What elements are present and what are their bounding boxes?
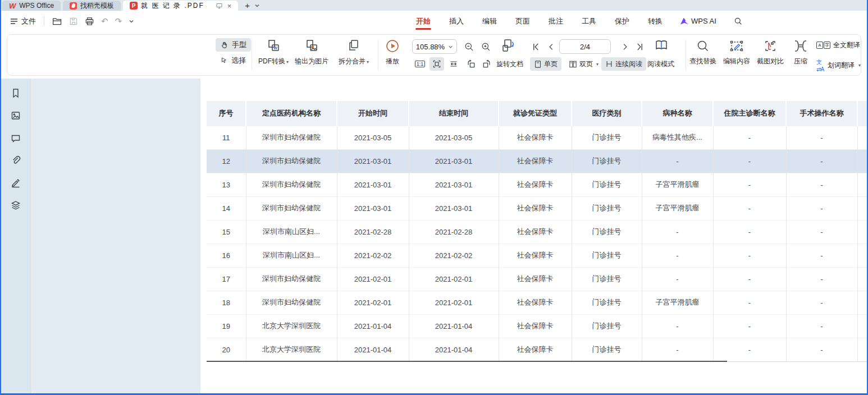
attachment-icon[interactable] [10,155,21,166]
find-replace-label: 查找替换 [689,57,716,65]
tab-docer-templates[interactable]: 找稻壳模板 [63,1,121,11]
rotate-left-button[interactable] [465,58,477,70]
tab-wps-office[interactable]: W WPS Office [2,1,61,11]
table-bottom-ruling [207,361,727,362]
zoom-level-value: 105.88% [416,43,445,51]
edit-content-button[interactable]: 编辑内容 [719,38,754,66]
signature-icon[interactable] [10,177,21,189]
ribbon-tab[interactable]: 批注 [548,11,564,31]
next-page-button[interactable] [619,41,631,52]
table-cell: - [642,338,713,361]
single-page-button[interactable]: 单页 [530,57,561,71]
enter-workspace-icon[interactable] [216,2,223,10]
table-cell: 子宫平滑肌瘤 [642,196,713,220]
rotate-document-button[interactable] [500,38,519,54]
table-row: 19北京大学深圳医院2021-01-042021-01-04社会保障卡门诊挂号-… [207,314,868,338]
table-cell: 深圳市妇幼保健院 [246,196,337,220]
close-tab-icon[interactable]: × [227,2,232,10]
undo-icon[interactable]: ↶ [101,16,108,26]
tab-document[interactable]: P 就 医 记 录 .PDF × [123,1,238,11]
zoom-in-button[interactable] [480,41,491,52]
screenshot-compare-button[interactable]: 截图对比 [753,38,788,66]
double-page-button[interactable]: 双页 ▾ [565,57,602,71]
zoom-out-button[interactable] [463,41,474,52]
ribbon-tab[interactable]: 开始 [415,11,431,31]
read-mode-button[interactable] [652,38,671,54]
wps-ai-label: WPS AI [691,17,716,25]
window-border-left [0,0,1,395]
docer-icon [70,2,77,10]
divider [44,16,44,26]
table-cell: 北京大学深圳医院 [246,338,337,361]
rotate-right-button[interactable] [481,58,492,70]
table-cell: 2021-01-04 [337,314,409,338]
table-cell: 子宫平滑肌瘤 [642,173,713,196]
table-cell: 社会保障卡 [499,126,572,149]
hand-tool-button[interactable]: 手型 [216,38,251,52]
table-cell: - [786,220,857,244]
save-icon[interactable] [69,17,78,26]
split-merge-button[interactable]: 拆分合并▾ [330,38,377,66]
table-cell: 社会保障卡 [499,173,572,196]
comment-icon[interactable] [10,132,21,144]
quick-tools-chevron-icon[interactable] [129,19,134,24]
actual-size-button[interactable]: 1:1 [413,57,427,71]
table-cell: 社会保障卡 [499,244,572,267]
ribbon-tab[interactable]: 工具 [581,11,597,31]
table-cell: 2021-02-01 [337,291,409,314]
wps-ai-button[interactable]: WPS AI [680,17,716,25]
first-page-icon [532,43,540,51]
table-header-row: 序号定点医药机构名称开始时间结束时间就诊凭证类型医疗类别病种名称住院主诊断名称手… [207,101,868,126]
table-cell: 门诊挂号 [572,196,642,220]
tab-list-chevron-icon[interactable] [254,3,260,8]
table-cell: 深圳市妇幼保健院 [246,149,337,173]
prev-page-button[interactable] [545,41,556,52]
thumbnail-icon[interactable] [10,110,21,121]
open-file-icon[interactable] [52,17,62,26]
split-merge-label: 拆分合并 [339,57,366,65]
fit-width-button[interactable] [446,57,461,71]
new-tab-button[interactable]: + [245,1,250,10]
ribbon-tab[interactable]: 编辑 [482,11,497,31]
export-image-button[interactable]: 输出为图片 [288,38,335,66]
rotate-document-label[interactable]: 旋转文档 [492,59,527,69]
continuous-read-button[interactable]: 连续阅读 [601,57,646,71]
hand-tool-label: 手型 [232,40,246,50]
print-icon[interactable] [85,17,94,26]
ribbon-search-icon[interactable] [734,17,743,26]
first-page-button[interactable] [530,41,541,52]
page-number-input[interactable]: 2/4 [559,39,611,54]
table-cell: 社会保障卡 [499,196,572,220]
table-row: 14深圳市妇幼保健院2021-03-012021-03-01社会保障卡门诊挂号子… [207,196,868,220]
pdf-page: 序号定点医药机构名称开始时间结束时间就诊凭证类型医疗类别病种名称住院主诊断名称手… [200,79,868,395]
select-tool-button[interactable]: 选择 [216,54,251,67]
ribbon-tab[interactable]: 保护 [614,11,630,31]
play-button[interactable]: 播放 [376,38,409,66]
ribbon-tab[interactable]: 转换 [647,11,663,31]
fit-page-button[interactable] [430,57,444,71]
table-cell: - [642,244,713,267]
screenshot-compare-icon [753,38,788,54]
table-cell: 深圳市南山区妇... [246,244,337,267]
ribbon-tab[interactable]: 页面 [515,11,531,31]
file-menu-button[interactable]: 文件 [10,16,36,26]
last-page-button[interactable] [634,41,645,52]
word-translate-button[interactable]: 文⇄A 划词翻译 ▾ [816,58,861,72]
find-replace-button[interactable]: 查找替换 [686,38,720,66]
export-image-icon [288,38,335,54]
redo-icon[interactable]: ↷ [115,16,122,26]
bookmark-icon[interactable] [10,88,21,99]
table-cell: - [786,338,857,361]
navigation-panel [32,79,200,395]
layers-icon[interactable] [10,200,21,211]
compress-button[interactable]: 压缩 [788,38,814,66]
zoom-level-combo[interactable]: 105.88% [412,39,457,54]
hamburger-icon [10,18,18,25]
ribbon-tab[interactable]: 插入 [449,11,464,31]
svg-text:W: W [273,46,277,50]
read-mode-label[interactable]: 阅读模式 [643,59,678,69]
full-translate-button[interactable]: A 字 全文翻译 [816,40,860,50]
rotate-right-icon [482,59,492,69]
full-translate-label: 全文翻译 [833,40,860,50]
pdf-convert-label: PDF转换 [258,57,285,65]
